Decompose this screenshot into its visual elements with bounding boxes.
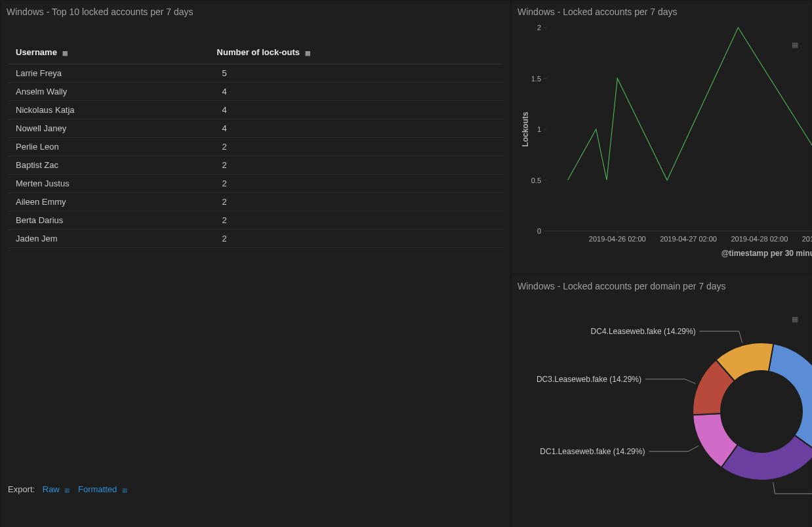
donut-label: DC3.Leaseweb.fake (14.29%) [537, 375, 641, 384]
svg-text:Lockouts: Lockouts [521, 112, 530, 147]
sort-icon: ▦ [62, 50, 68, 56]
svg-text:2019-04-29 02:00: 2019-04-29 02:00 [802, 235, 812, 243]
svg-text:2019-04-26 02:00: 2019-04-26 02:00 [589, 235, 646, 243]
table-row[interactable]: Perlie Leon2 [8, 138, 503, 156]
export-formatted-link[interactable]: Formatted ▦ [78, 484, 128, 494]
export-row: Export: Raw ▦ Formatted ▦ [8, 484, 128, 494]
cell-username: Berta Darius [8, 211, 214, 230]
cell-count: 2 [214, 230, 503, 248]
donut-label: DC4.Leaseweb.fake (14.29%) [591, 327, 696, 336]
cell-count: 2 [214, 175, 503, 193]
sort-icon: ▦ [305, 50, 311, 56]
cell-username: Baptist Zac [8, 156, 214, 175]
table-row[interactable]: Nowell Janey4 [8, 119, 503, 138]
export-raw-link[interactable]: Raw ▦ [43, 484, 71, 494]
donut-body: DC2.Leaseweb.fake (32.14%)DC5.Leaseweb.f… [512, 294, 811, 527]
lockouts-table: Username ▦ Number of lock-outs ▦ Larrie … [8, 41, 503, 248]
cell-count: 4 [214, 83, 503, 101]
svg-text:1.5: 1.5 [531, 75, 541, 83]
cell-username: Nowell Janey [8, 119, 214, 138]
table-row[interactable]: Nickolaus Katja4 [8, 101, 503, 119]
cell-count: 2 [214, 138, 503, 156]
table-row[interactable]: Aileen Emmy2 [8, 193, 503, 211]
cell-username: Anselm Wally [8, 83, 214, 101]
export-icon: ▦ [64, 487, 70, 494]
svg-text:0.5: 0.5 [531, 177, 541, 184]
line-chart[interactable]: 00.511.522019-04-26 02:002019-04-27 02:0… [519, 22, 812, 265]
col-lockouts-label: Number of lock-outs [217, 47, 300, 57]
cell-count: 5 [214, 64, 503, 83]
table-row[interactable]: Larrie Freya5 [8, 64, 503, 83]
cell-username: Larrie Freya [8, 64, 214, 83]
cell-count: 4 [214, 119, 503, 138]
export-label: Export: [8, 484, 35, 494]
col-username[interactable]: Username ▦ [8, 41, 214, 64]
table-row[interactable]: Jaden Jem2 [8, 230, 503, 248]
col-lockouts[interactable]: Number of lock-outs ▦ [214, 41, 503, 64]
svg-text:1: 1 [537, 125, 541, 133]
cell-username: Nickolaus Katja [8, 101, 214, 119]
cell-count: 4 [214, 101, 503, 119]
cell-username: Merten Justus [8, 175, 214, 193]
svg-text:2: 2 [537, 24, 541, 32]
svg-text:0: 0 [537, 227, 541, 235]
cell-count: 2 [214, 211, 503, 230]
svg-text:@timestamp per 30 minutes: @timestamp per 30 minutes [721, 249, 812, 258]
table-row[interactable]: Baptist Zac2 [8, 156, 503, 175]
panel-lockouts-donut: Windows - Locked accounts per domain per… [512, 276, 811, 527]
table-row[interactable]: Berta Darius2 [8, 211, 503, 230]
panel-title: Windows - Top 10 locked accounts per 7 d… [1, 1, 510, 20]
table-row[interactable]: Anselm Wally4 [8, 83, 503, 101]
cell-count: 2 [214, 193, 503, 211]
panel-lockouts-line: Windows - Locked accounts per 7 days ▦ 0… [512, 1, 811, 273]
panel-title: Windows - Locked accounts per domain per… [512, 276, 811, 294]
svg-text:2019-04-27 02:00: 2019-04-27 02:00 [660, 235, 717, 243]
col-username-label: Username [16, 47, 57, 57]
cell-username: Jaden Jem [8, 230, 214, 248]
export-icon: ▦ [122, 487, 128, 494]
panel-title: Windows - Locked accounts per 7 days [512, 1, 811, 20]
table-body: Username ▦ Number of lock-outs ▦ Larrie … [1, 20, 510, 527]
cell-count: 2 [214, 156, 503, 175]
cell-username: Aileen Emmy [8, 193, 214, 211]
line-chart-body: 00.511.522019-04-26 02:002019-04-27 02:0… [512, 20, 811, 273]
table-row[interactable]: Merten Justus2 [8, 175, 503, 193]
svg-text:2019-04-28 02:00: 2019-04-28 02:00 [731, 235, 788, 243]
donut-slice[interactable] [769, 344, 812, 452]
cell-username: Perlie Leon [8, 138, 214, 156]
donut-label: DC1.Leaseweb.fake (14.29%) [540, 447, 645, 456]
panel-top10-table: Windows - Top 10 locked accounts per 7 d… [1, 1, 510, 527]
donut-chart[interactable]: DC2.Leaseweb.fake (32.14%)DC5.Leaseweb.f… [519, 297, 812, 520]
